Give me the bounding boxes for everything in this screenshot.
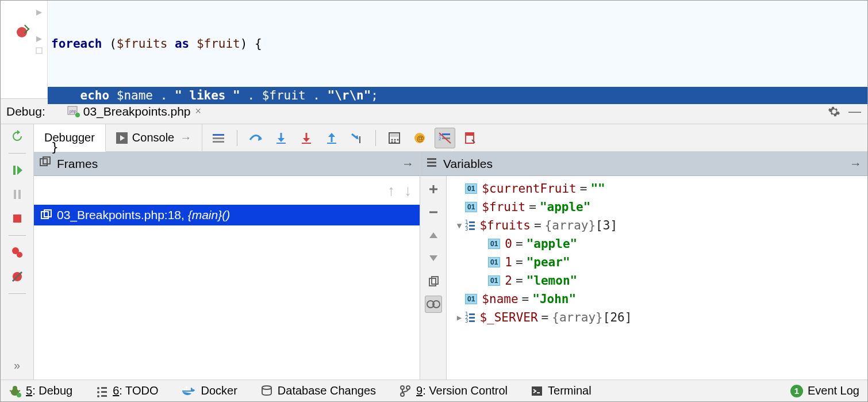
expand-toggle-icon[interactable]: ▼	[454, 221, 465, 230]
svg-rect-58	[101, 387, 107, 389]
svg-point-70	[406, 386, 410, 389]
variable-name: 2	[505, 274, 512, 288]
svg-point-53	[13, 386, 17, 390]
variable-row[interactable]: 011 = "pear"	[447, 253, 867, 271]
move-down-button[interactable]	[425, 250, 442, 267]
variable-row[interactable]: 012 = "lemon"	[447, 271, 867, 290]
svg-rect-63	[183, 389, 185, 390]
frame-row[interactable]: 03_Breakpoints.php:18, {main}()	[34, 205, 420, 225]
svg-rect-62	[101, 395, 107, 397]
variable-row[interactable]: 01$fruit = "apple"	[447, 198, 867, 216]
variable-value: "lemon"	[527, 274, 578, 288]
svg-point-67	[262, 386, 271, 389]
debug-label: Debug:	[6, 105, 45, 118]
scalar-badge-icon: 01	[488, 239, 500, 249]
status-bar: 5: Debug 6: TODO Docker Database Changes…	[1, 380, 867, 401]
svg-point-57	[97, 387, 99, 389]
variable-name: 1	[505, 255, 512, 269]
variable-row[interactable]: ▶123$_SERVER = {array} [26]	[447, 308, 867, 327]
variable-count: [26]	[603, 311, 632, 324]
variable-value: "apple"	[527, 237, 578, 251]
app-root: foreach ($fruits as $fruit) { echo $name…	[0, 0, 868, 402]
frames-list[interactable]: 03_Breakpoints.php:18, {main}()	[34, 205, 420, 380]
fold-start-icon[interactable]	[35, 9, 43, 17]
svg-rect-6	[18, 190, 21, 199]
svg-rect-65	[188, 389, 190, 390]
scalar-badge-icon: 01	[488, 257, 500, 267]
branch-icon	[399, 385, 412, 397]
status-version-control[interactable]: 9: Version Control	[399, 384, 508, 397]
variable-name: $fruit	[482, 200, 525, 214]
view-breakpoints-button[interactable]	[9, 244, 26, 261]
svg-point-9	[17, 252, 22, 258]
code-line: foreach ($fruits as $fruit) {	[48, 35, 867, 52]
mute-breakpoints-button[interactable]	[9, 268, 26, 285]
resume-button[interactable]	[9, 162, 26, 179]
variable-type: {array}	[545, 219, 596, 232]
status-terminal[interactable]: Terminal	[531, 384, 592, 397]
show-watches-button[interactable]	[425, 296, 442, 313]
variable-name: $name	[482, 292, 518, 306]
svg-rect-48	[429, 278, 436, 286]
expand-toggle-icon[interactable]: ▶	[454, 313, 465, 322]
scalar-badge-icon: 01	[488, 275, 500, 286]
status-database-changes[interactable]: Database Changes	[260, 384, 376, 397]
status-todo[interactable]: 6: TODO	[95, 384, 158, 397]
svg-rect-60	[101, 391, 107, 393]
svg-point-61	[97, 395, 99, 397]
variable-name: $fruits	[479, 219, 531, 232]
expand-toolbar-icon[interactable]: »	[9, 357, 26, 374]
pause-button[interactable]	[9, 186, 26, 203]
variable-value: "John"	[532, 292, 576, 306]
remove-watch-button[interactable]	[425, 204, 442, 221]
status-docker[interactable]: Docker	[181, 384, 237, 397]
variable-count: [3]	[596, 219, 617, 232]
svg-point-56	[17, 393, 21, 397]
svg-point-3	[75, 113, 80, 117]
svg-rect-71	[532, 386, 542, 396]
variable-name: $_SERVER	[479, 311, 537, 324]
event-count-badge: 1	[790, 385, 803, 397]
code-editor[interactable]: foreach ($fruits as $fruit) { echo $name…	[1, 1, 867, 98]
variable-row[interactable]: ▼123$fruits = {array} [3]	[447, 216, 867, 235]
status-event-log[interactable]: 1 Event Log	[790, 384, 859, 397]
move-up-button[interactable]	[425, 227, 442, 244]
copy-button[interactable]	[425, 273, 442, 290]
variable-row[interactable]: 01$name = "John"	[447, 290, 867, 308]
fold-mid-icon[interactable]	[35, 35, 43, 43]
array-badge-icon: 123	[465, 220, 475, 231]
svg-rect-0	[36, 48, 42, 53]
code-line: }	[48, 139, 867, 156]
variable-value: "pear"	[527, 255, 570, 269]
svg-rect-7	[13, 215, 21, 223]
docker-icon	[181, 385, 196, 397]
php-file-icon: php	[67, 106, 80, 117]
status-debug[interactable]: 5: Debug	[9, 384, 72, 397]
bug-icon	[9, 385, 21, 397]
array-badge-icon: 123	[465, 312, 475, 323]
variable-type: {array}	[552, 311, 603, 324]
rerun-button[interactable]	[9, 128, 26, 145]
breakpoint-icon[interactable]	[17, 27, 27, 37]
variable-row[interactable]: 010 = "apple"	[447, 235, 867, 253]
svg-rect-4	[13, 166, 16, 175]
database-icon	[260, 385, 273, 397]
variables-toolbar	[420, 176, 447, 380]
variable-name: 0	[505, 237, 512, 251]
variables-body: 01$currentFruit = ""01$fruit = "apple"▼1…	[420, 176, 867, 380]
svg-text:php: php	[70, 109, 76, 114]
fold-end-icon[interactable]	[35, 47, 43, 55]
debug-vertical-toolbar: »	[1, 124, 34, 380]
scalar-badge-icon: 01	[465, 294, 477, 304]
svg-point-69	[401, 393, 404, 396]
variable-value: "apple"	[540, 200, 591, 214]
svg-rect-49	[432, 277, 438, 284]
svg-rect-64	[186, 389, 187, 390]
svg-rect-5	[14, 190, 16, 199]
variables-tree[interactable]: 01$currentFruit = ""01$fruit = "apple"▼1…	[447, 176, 867, 380]
stop-button[interactable]	[9, 210, 26, 227]
code-line-current: echo $name . " likes " . $fruit . "\r\n"…	[48, 87, 867, 104]
svg-rect-66	[186, 386, 187, 388]
editor-gutter	[1, 1, 48, 98]
code-area[interactable]: foreach ($fruits as $fruit) { echo $name…	[48, 1, 867, 98]
